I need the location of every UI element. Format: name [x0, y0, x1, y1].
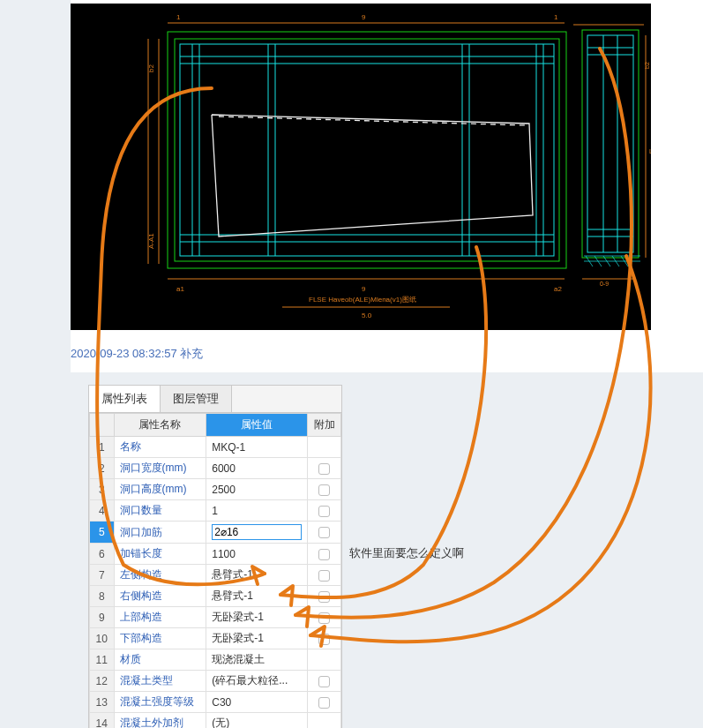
- prop-value[interactable]: 无卧梁式-1: [206, 607, 308, 628]
- row-number: 8: [90, 586, 115, 607]
- table-row[interactable]: 10下部构造无卧梁式-1: [90, 628, 341, 649]
- prop-name: 混凝土强度等级: [114, 692, 206, 713]
- col-extra: 附加: [308, 414, 341, 437]
- table-row[interactable]: 6加锚长度1100: [90, 544, 341, 565]
- table-row[interactable]: 1名称MKQ-1: [90, 437, 341, 458]
- checkbox-icon[interactable]: [318, 634, 330, 645]
- prop-value[interactable]: (无): [206, 713, 308, 729]
- svg-rect-12: [168, 32, 566, 268]
- prop-name: 洞口数量: [114, 500, 206, 522]
- svg-text:a2: a2: [554, 285, 562, 293]
- table-row[interactable]: 14混凝土外加剂(无): [90, 713, 341, 729]
- checkbox-icon[interactable]: [318, 676, 330, 687]
- property-panel: 属性列表 图层管理 属性名称 属性值 附加 1名称MKQ-12洞口宽度(mm)6…: [88, 385, 342, 728]
- tab-property-list[interactable]: 属性列表: [89, 386, 161, 412]
- prop-name: 混凝土类型: [114, 671, 206, 692]
- prop-extra[interactable]: [308, 713, 341, 729]
- checkbox-icon[interactable]: [318, 527, 330, 538]
- table-row[interactable]: 3洞口高度(mm)2500: [90, 479, 341, 500]
- prop-extra[interactable]: [308, 522, 341, 544]
- prop-extra[interactable]: [308, 649, 341, 671]
- table-row[interactable]: 8右侧构造悬臂式-1: [90, 586, 341, 607]
- prop-value[interactable]: 1100: [206, 544, 308, 565]
- svg-text:b2: b2: [644, 62, 650, 69]
- tab-layer-manage[interactable]: 图层管理: [161, 386, 232, 412]
- svg-text:0-9: 0-9: [600, 281, 609, 287]
- svg-text:9: 9: [362, 13, 366, 21]
- row-number: 7: [90, 565, 115, 586]
- svg-rect-30: [582, 30, 639, 258]
- prop-value[interactable]: 无卧梁式-1: [206, 628, 308, 649]
- checkbox-icon[interactable]: [318, 549, 330, 560]
- prop-value[interactable]: (碎石最大粒径...: [206, 671, 308, 692]
- prop-extra[interactable]: [308, 565, 341, 586]
- prop-name: 加锚长度: [114, 544, 206, 565]
- row-number: 10: [90, 628, 115, 649]
- table-row[interactable]: 11材质现浇混凝土: [90, 649, 341, 671]
- table-row[interactable]: 12混凝土类型(碎石最大粒径...: [90, 671, 341, 692]
- cad-drawing: 1 9 1 a1 9 a2 b2 A-A1: [71, 4, 651, 330]
- prop-value[interactable]: 1: [206, 500, 308, 522]
- checkbox-icon[interactable]: [318, 570, 330, 582]
- prop-value-input[interactable]: [212, 524, 302, 540]
- prop-name: 洞口加筋: [114, 522, 206, 544]
- table-row[interactable]: 5洞口加筋: [90, 522, 341, 544]
- prop-name: 洞口高度(mm): [114, 479, 206, 500]
- prop-value[interactable]: C30: [206, 692, 308, 713]
- checkbox-icon[interactable]: [318, 484, 330, 496]
- tab-bar: 属性列表 图层管理: [89, 386, 341, 413]
- prop-name: 混凝土外加剂: [114, 713, 206, 729]
- row-number: 11: [90, 649, 115, 671]
- side-note-text: 软件里面要怎么定义啊: [349, 545, 464, 561]
- row-number: 3: [90, 479, 115, 500]
- prop-value[interactable]: 悬臂式-1: [206, 586, 308, 607]
- prop-extra[interactable]: [308, 437, 341, 458]
- checkbox-icon[interactable]: [318, 591, 330, 603]
- table-row[interactable]: 7左侧构造悬臂式-1: [90, 565, 341, 586]
- checkbox-icon[interactable]: [318, 506, 330, 517]
- prop-name: 上部构造: [114, 607, 206, 628]
- svg-text:1: 1: [554, 13, 558, 21]
- prop-value[interactable]: 现浇混凝土: [206, 649, 308, 671]
- col-value: 属性值: [206, 414, 308, 437]
- row-number: 9: [90, 607, 115, 628]
- prop-extra[interactable]: [308, 586, 341, 607]
- prop-extra[interactable]: [308, 692, 341, 713]
- row-number: 6: [90, 544, 115, 565]
- svg-rect-13: [175, 39, 559, 261]
- prop-extra[interactable]: [308, 479, 341, 500]
- row-number: 5: [90, 522, 115, 544]
- timestamp-line: 2020-09-23 08:32:57 补充: [71, 346, 703, 362]
- prop-extra[interactable]: [308, 607, 341, 628]
- svg-text:5.0: 5.0: [362, 311, 372, 319]
- prop-value[interactable]: [206, 522, 308, 544]
- table-row[interactable]: 9上部构造无卧梁式-1: [90, 607, 341, 628]
- col-rownum: [90, 414, 115, 437]
- cad-title: FLSE Haveob(ALE)Mlena(v1)图纸: [309, 296, 416, 304]
- checkbox-icon[interactable]: [318, 697, 330, 709]
- prop-extra[interactable]: [308, 671, 341, 692]
- prop-extra[interactable]: [308, 628, 341, 649]
- prop-extra[interactable]: [308, 458, 341, 479]
- prop-name: 下部构造: [114, 628, 206, 649]
- svg-rect-14: [180, 44, 554, 256]
- table-row[interactable]: 13混凝土强度等级C30: [90, 692, 341, 713]
- svg-rect-31: [587, 35, 633, 252]
- svg-text:b2: b2: [147, 64, 155, 72]
- svg-line-27: [219, 116, 526, 125]
- row-number: 4: [90, 500, 115, 522]
- prop-value[interactable]: MKQ-1: [206, 437, 308, 458]
- prop-extra[interactable]: [308, 544, 341, 565]
- prop-value[interactable]: 2500: [206, 479, 308, 500]
- prop-extra[interactable]: [308, 500, 341, 522]
- table-row[interactable]: 4洞口数量1: [90, 500, 341, 522]
- row-number: 13: [90, 692, 115, 713]
- checkbox-icon[interactable]: [318, 463, 330, 475]
- prop-name: 左侧构造: [114, 565, 206, 586]
- prop-value[interactable]: 6000: [206, 458, 308, 479]
- prop-value[interactable]: 悬臂式-1: [206, 565, 308, 586]
- checkbox-icon[interactable]: [318, 612, 330, 624]
- svg-text:LAE: LAE: [649, 148, 651, 154]
- table-row[interactable]: 2洞口宽度(mm)6000: [90, 458, 341, 479]
- prop-name: 材质: [114, 649, 206, 671]
